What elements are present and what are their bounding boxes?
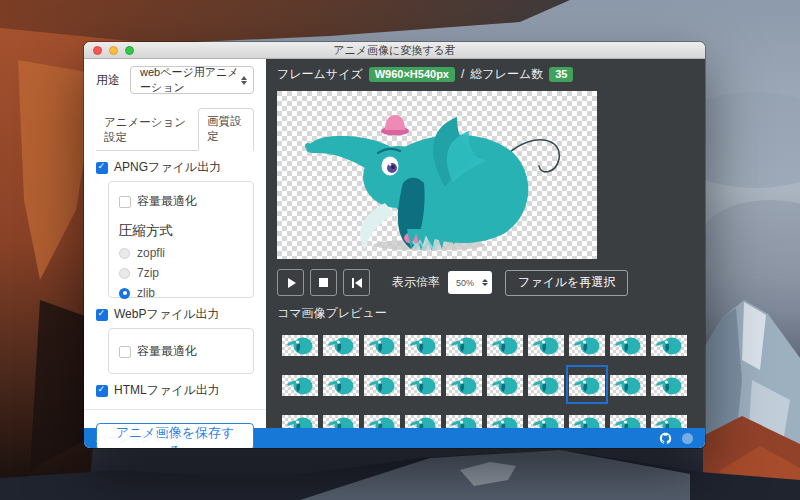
settings-tabs: アニメーション設定 画質設定 [96,108,254,151]
webp-optimize-label: 容量最適化 [137,343,197,360]
frame-thumbnail[interactable] [282,415,318,428]
frames-preview-label: コマ画像プレビュー [277,305,694,322]
webp-checkbox-icon[interactable] [96,309,108,321]
radio-zopfli[interactable]: zopfli [119,246,243,260]
playback-controls: 表示倍率 50% ファイルを再選択 [277,269,694,296]
zoom-button[interactable] [125,46,134,55]
usage-row: 用途 webページ用アニメーション [96,66,254,94]
skip-to-start-button[interactable] [343,269,370,296]
frame-thumbnail[interactable] [528,375,564,396]
apng-optimize-checkbox-icon[interactable] [119,196,131,208]
frame-thumbnail[interactable] [610,415,646,428]
apng-output-label: APNGファイル出力 [114,159,221,176]
frame-thumbnail[interactable] [528,335,564,356]
elephant-character-image [277,91,597,259]
frame-thumbnail[interactable] [364,335,400,356]
webp-optimize-row[interactable]: 容量最適化 [119,343,243,360]
frame-thumbnail[interactable] [364,375,400,396]
frame-thumbnail[interactable] [610,375,646,396]
play-icon [288,278,296,288]
tab-quality-settings[interactable]: 画質設定 [198,108,254,151]
reselect-file-button[interactable]: ファイルを再選択 [505,270,628,296]
title-bar: アニメ画像に変換する君 [84,42,705,59]
traffic-lights [93,46,134,55]
frame-size-label: フレームサイズ [277,66,363,83]
frame-thumbnail[interactable] [446,375,482,396]
frame-thumbnail[interactable] [610,335,646,356]
frame-thumbnail[interactable] [528,415,564,428]
radio-7zip[interactable]: 7zip [119,266,243,280]
frame-thumbnail[interactable] [323,375,359,396]
apng-optimize-label: 容量最適化 [137,193,197,210]
apng-optimize-row[interactable]: 容量最適化 [119,193,243,210]
radio-zlib[interactable]: zlib [119,286,243,300]
total-frames-label: 総フレーム数 [470,66,543,83]
minimize-button[interactable] [109,46,118,55]
stop-button[interactable] [310,269,337,296]
apng-options-box: 容量最適化 圧縮方式 zopfli 7zip zlib [108,181,254,298]
frame-thumbnail[interactable] [405,415,441,428]
radio-icon-7zip[interactable] [119,268,130,279]
version-label: バージョン 1.0.0 [96,431,659,446]
stop-icon [319,278,328,287]
frame-thumbnail[interactable] [323,415,359,428]
radio-icon-zopfli[interactable] [119,248,130,259]
frame-thumbnail[interactable] [651,375,687,396]
radio-label-zopfli: zopfli [137,246,165,260]
apng-checkbox-icon[interactable] [96,162,108,174]
select-stepper-icon [241,76,247,85]
frame-thumbnail[interactable] [487,415,523,428]
status-footer: バージョン 1.0.0 [84,428,705,448]
zoom-ratio-select[interactable]: 50% [448,271,492,294]
info-icon[interactable] [682,433,693,444]
webp-options-box: 容量最適化 [108,328,254,374]
zoom-ratio-label: 表示倍率 [392,274,440,291]
frame-thumbnail[interactable] [487,375,523,396]
radio-icon-zlib[interactable] [119,288,130,299]
webp-output-row[interactable]: WebPファイル出力 [96,306,254,323]
play-button[interactable] [277,269,304,296]
usage-label: 用途 [96,72,120,89]
frame-thumbnail[interactable] [651,335,687,356]
usage-select[interactable]: webページ用アニメーション [130,66,254,94]
apng-output-row[interactable]: APNGファイル出力 [96,159,254,176]
frame-thumbnail[interactable] [364,415,400,428]
frame-thumbnail[interactable] [569,335,605,356]
frame-thumbnail[interactable] [569,415,605,428]
radio-label-zlib: zlib [137,286,155,300]
frame-thumbnail[interactable] [282,375,318,396]
github-icon[interactable] [659,432,672,445]
html-output-row[interactable]: HTMLファイル出力 [96,382,254,399]
total-frames-badge: 35 [549,67,573,82]
sidebar-divider [84,409,266,410]
usage-select-value: webページ用アニメーション [140,65,241,95]
radio-label-7zip: 7zip [137,266,159,280]
preview-pane: フレームサイズ W960×H540px / 総フレーム数 35 [266,59,705,428]
frame-thumbnail[interactable] [487,335,523,356]
frame-thumbnail-selected[interactable] [569,375,605,396]
frame-thumbnails-grid [282,335,694,428]
webp-optimize-checkbox-icon[interactable] [119,346,131,358]
compression-method-label: 圧縮方式 [119,222,243,240]
frame-thumbnail[interactable] [323,335,359,356]
frame-info-bar: フレームサイズ W960×H540px / 総フレーム数 35 [277,65,694,83]
close-button[interactable] [93,46,102,55]
animation-preview [277,91,597,259]
webp-output-label: WebPファイル出力 [114,306,220,323]
frame-info-separator: / [461,67,464,81]
window-title: アニメ画像に変換する君 [84,43,705,58]
zoom-select-stepper-icon [482,279,488,286]
html-checkbox-icon[interactable] [96,385,108,397]
frame-thumbnail[interactable] [282,335,318,356]
zoom-ratio-value: 50% [456,278,474,288]
tab-animation-settings[interactable]: アニメーション設定 [96,110,198,151]
settings-sidebar: 用途 webページ用アニメーション アニメーション設定 画質設定 APNGファイ… [84,59,266,428]
app-window: アニメ画像に変換する君 用途 webページ用アニメーション アニメーション設定 … [84,42,705,448]
frame-thumbnail[interactable] [651,415,687,428]
frame-thumbnail[interactable] [405,375,441,396]
frame-thumbnail[interactable] [446,415,482,428]
frame-thumbnail[interactable] [405,335,441,356]
frame-thumbnail[interactable] [446,335,482,356]
skip-to-start-icon [352,278,362,288]
html-output-label: HTMLファイル出力 [114,382,220,399]
